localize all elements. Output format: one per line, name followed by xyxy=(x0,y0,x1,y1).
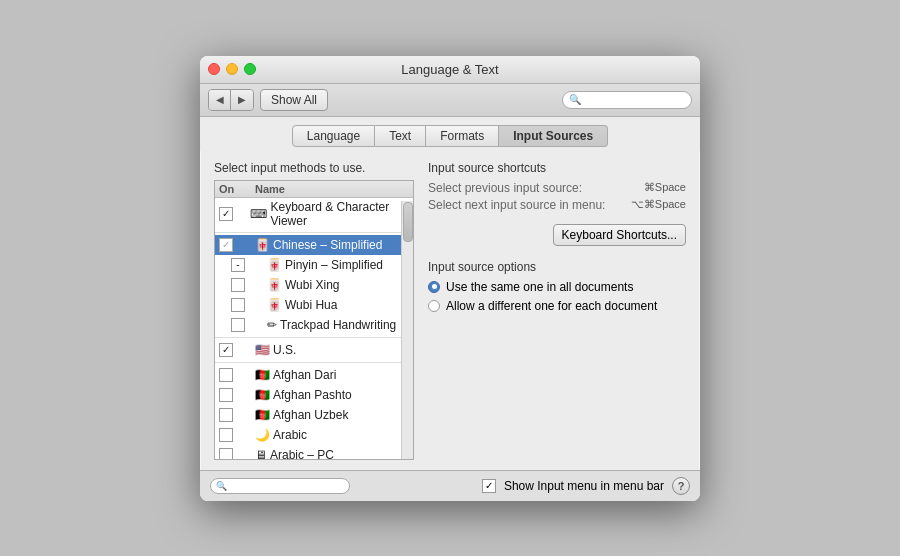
list-body[interactable]: ⌨ Keyboard & Character Viewer 🀄 Chinese … xyxy=(215,198,413,459)
item-label-pinyin: Pinyin – Simplified xyxy=(285,258,383,272)
option2-label: Allow a different one for each document xyxy=(446,299,657,313)
select-label: Select input methods to use. xyxy=(214,161,414,175)
radio-same-doc[interactable] xyxy=(428,281,440,293)
input-methods-list: On Name ⌨ Keyboard & Character Viewer xyxy=(214,180,414,460)
list-header: On Name xyxy=(215,181,413,198)
flag-chinese: 🀄 xyxy=(255,238,270,252)
maximize-button[interactable] xyxy=(244,63,256,75)
checkbox-afghan-pashto[interactable] xyxy=(219,388,233,402)
flag-afghan-pashto: 🇦🇫 xyxy=(255,388,270,402)
toolbar: ◀ ▶ Show All 🔍 xyxy=(200,84,700,117)
show-all-button[interactable]: Show All xyxy=(260,89,328,111)
shortcuts-title: Input source shortcuts xyxy=(428,161,686,175)
list-item[interactable]: 🀄 Wubi Xing xyxy=(215,275,413,295)
help-button[interactable]: ? xyxy=(672,477,690,495)
shortcut-next-key: ⌥⌘Space xyxy=(631,198,686,212)
flag-wubi-xing: 🀄 xyxy=(267,278,282,292)
list-item[interactable]: 🀄 Wubi Hua xyxy=(215,295,413,315)
col-name-header: Name xyxy=(255,183,409,195)
options-title: Input source options xyxy=(428,260,686,274)
left-panel: Select input methods to use. On Name ⌨ K… xyxy=(214,161,414,460)
scroll-thumb[interactable] xyxy=(403,202,413,242)
shortcut-prev-key: ⌘Space xyxy=(644,181,686,195)
col-on-header: On xyxy=(219,183,255,195)
checkbox-pinyin[interactable] xyxy=(231,258,245,272)
forward-button[interactable]: ▶ xyxy=(231,90,253,110)
list-item[interactable]: 🇦🇫 Afghan Uzbek xyxy=(215,405,413,425)
main-window: Language & Text ◀ ▶ Show All 🔍 Language … xyxy=(200,56,700,501)
checkbox-afghan-uzbek[interactable] xyxy=(219,408,233,422)
list-item[interactable]: 🇦🇫 Afghan Dari xyxy=(215,365,413,385)
radio-diff-doc[interactable] xyxy=(428,300,440,312)
nav-buttons: ◀ ▶ xyxy=(208,89,254,111)
list-item[interactable]: 🌙 Arabic xyxy=(215,425,413,445)
list-item[interactable]: 🖥 Arabic – PC xyxy=(215,445,413,459)
checkbox-keyboard[interactable] xyxy=(219,207,233,221)
show-input-label: Show Input menu in menu bar xyxy=(504,479,664,493)
flag-us: 🇺🇸 xyxy=(255,343,270,357)
list-item[interactable]: ✏ Trackpad Handwriting xyxy=(215,315,413,335)
tab-text[interactable]: Text xyxy=(375,125,426,147)
item-label-afghan-dari: Afghan Dari xyxy=(273,368,336,382)
checkbox-afghan-dari[interactable] xyxy=(219,368,233,382)
item-label-afghan-pashto: Afghan Pashto xyxy=(273,388,352,402)
checkbox-wubi-hua[interactable] xyxy=(231,298,245,312)
item-label-arabic-pc: Arabic – PC xyxy=(270,448,334,459)
search-box: 🔍 xyxy=(562,91,692,109)
shortcut-prev-label: Select previous input source: xyxy=(428,181,582,195)
search-input[interactable] xyxy=(585,94,685,106)
checkbox-wubi-xing[interactable] xyxy=(231,278,245,292)
item-label-us: U.S. xyxy=(273,343,296,357)
item-label-wubi-xing: Wubi Xing xyxy=(285,278,339,292)
list-item[interactable]: 🀄 Chinese – Simplified xyxy=(215,235,413,255)
checkbox-chinese[interactable] xyxy=(219,238,233,252)
flag-trackpad: ✏ xyxy=(267,318,277,332)
list-item[interactable]: 🇺🇸 U.S. xyxy=(215,340,413,360)
checkbox-arabic-pc[interactable] xyxy=(219,448,233,459)
window-title: Language & Text xyxy=(401,62,498,77)
list-item[interactable]: 🇦🇫 Afghan Pashto xyxy=(215,385,413,405)
option1-label: Use the same one in all documents xyxy=(446,280,633,294)
item-label-arabic: Arabic xyxy=(273,428,307,442)
right-panel: Input source shortcuts Select previous i… xyxy=(428,161,686,460)
shortcut-prev-row: Select previous input source: ⌘Space xyxy=(428,181,686,195)
back-button[interactable]: ◀ xyxy=(209,90,231,110)
divider xyxy=(215,337,413,338)
list-item[interactable]: ⌨ Keyboard & Character Viewer xyxy=(215,198,413,230)
item-label-keyboard: Keyboard & Character Viewer xyxy=(270,200,409,228)
tabs-bar: Language Text Formats Input Sources xyxy=(200,117,700,151)
radio-row-diff: Allow a different one for each document xyxy=(428,299,686,313)
show-input-checkbox[interactable] xyxy=(482,479,496,493)
flag-arabic: 🌙 xyxy=(255,428,270,442)
item-label-wubi-hua: Wubi Hua xyxy=(285,298,337,312)
divider xyxy=(215,362,413,363)
titlebar: Language & Text xyxy=(200,56,700,84)
item-label-afghan-uzbek: Afghan Uzbek xyxy=(273,408,348,422)
bottom-bar: 🔍 Show Input menu in menu bar ? xyxy=(200,470,700,501)
flag-afghan-dari: 🇦🇫 xyxy=(255,368,270,382)
show-input-menu-cb[interactable]: Show Input menu in menu bar xyxy=(482,479,664,493)
shortcut-next-label: Select next input source in menu: xyxy=(428,198,605,212)
shortcut-next-row: Select next input source in menu: ⌥⌘Spac… xyxy=(428,198,686,212)
list-item[interactable]: 🀄 Pinyin – Simplified xyxy=(215,255,413,275)
keyboard-shortcuts-button[interactable]: Keyboard Shortcuts... xyxy=(553,224,686,246)
checkbox-trackpad[interactable] xyxy=(231,318,245,332)
divider xyxy=(215,232,413,233)
bottom-search-icon: 🔍 xyxy=(216,481,227,491)
scrollbar[interactable] xyxy=(401,201,413,459)
checkbox-us[interactable] xyxy=(219,343,233,357)
close-button[interactable] xyxy=(208,63,220,75)
checkbox-arabic[interactable] xyxy=(219,428,233,442)
flag-arabic-pc: 🖥 xyxy=(255,448,267,459)
flag-afghan-uzbek: 🇦🇫 xyxy=(255,408,270,422)
item-label-chinese: Chinese – Simplified xyxy=(273,238,382,252)
search-icon: 🔍 xyxy=(569,94,581,105)
tab-input-sources[interactable]: Input Sources xyxy=(499,125,608,147)
traffic-lights xyxy=(208,63,256,75)
tab-language[interactable]: Language xyxy=(292,125,375,147)
flag-pinyin: 🀄 xyxy=(267,258,282,272)
minimize-button[interactable] xyxy=(226,63,238,75)
item-label-trackpad: Trackpad Handwriting xyxy=(280,318,396,332)
bottom-search: 🔍 xyxy=(210,478,350,494)
tab-formats[interactable]: Formats xyxy=(426,125,499,147)
